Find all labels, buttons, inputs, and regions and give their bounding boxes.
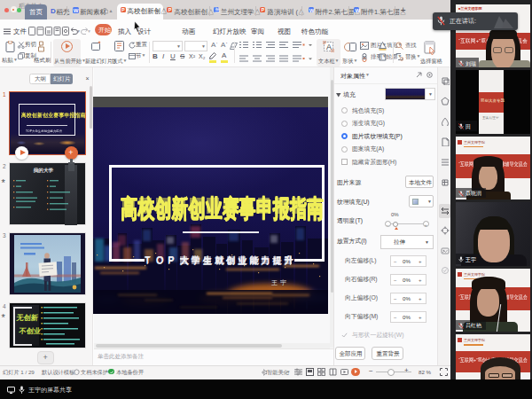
svg-text:A: A xyxy=(326,43,332,51)
